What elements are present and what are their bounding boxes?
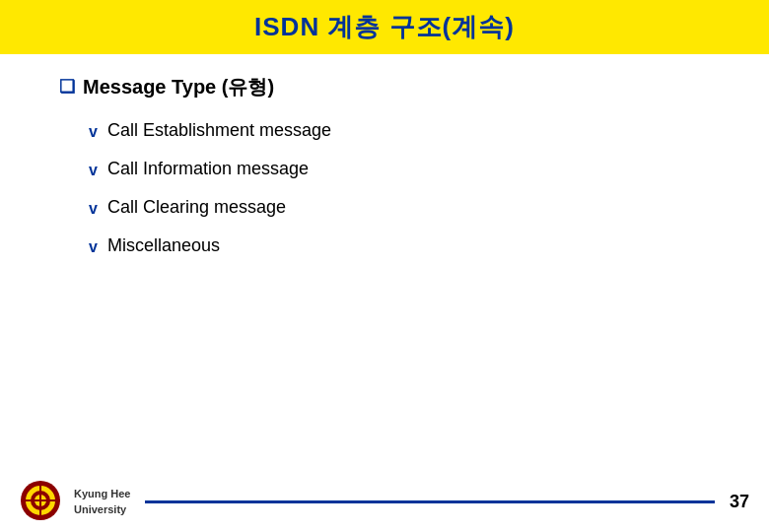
- sub-bullet-text-4: Miscellaneous: [107, 235, 220, 256]
- university-logo: [20, 480, 64, 524]
- footer: Kyung Hee University 37: [0, 472, 769, 532]
- footer-divider: [145, 500, 715, 503]
- sub-bullet-icon-3: v: [89, 200, 98, 218]
- sub-bullet-icon-4: v: [89, 238, 98, 256]
- sub-bullets-list: v Call Establishment message v Call Info…: [89, 120, 710, 256]
- page-number: 37: [730, 492, 749, 512]
- sub-bullet-text-2: Call Information message: [107, 159, 309, 179]
- main-bullet: ❑ Message Type (유형): [59, 74, 710, 100]
- sub-bullet-1: v Call Establishment message: [89, 120, 710, 141]
- sub-bullet-text-3: Call Clearing message: [107, 197, 286, 218]
- sub-bullet-2: v Call Information message: [89, 159, 710, 179]
- sub-bullet-icon-1: v: [89, 123, 98, 141]
- sub-bullet-icon-2: v: [89, 162, 98, 179]
- title-bar: ISDN 계층 구조(계속): [0, 0, 769, 54]
- sub-bullet-4: v Miscellaneous: [89, 235, 710, 256]
- slide: ISDN 계층 구조(계속) ❑ Message Type (유형) v Cal…: [0, 0, 769, 532]
- main-bullet-icon: ❑: [59, 76, 75, 98]
- university-name: Kyung Hee University: [74, 487, 130, 517]
- main-bullet-text: Message Type (유형): [83, 74, 274, 100]
- sub-bullet-text-1: Call Establishment message: [107, 120, 331, 141]
- sub-bullet-3: v Call Clearing message: [89, 197, 710, 218]
- slide-title: ISDN 계층 구조(계속): [254, 12, 515, 41]
- content-area: ❑ Message Type (유형) v Call Establishment…: [0, 74, 769, 532]
